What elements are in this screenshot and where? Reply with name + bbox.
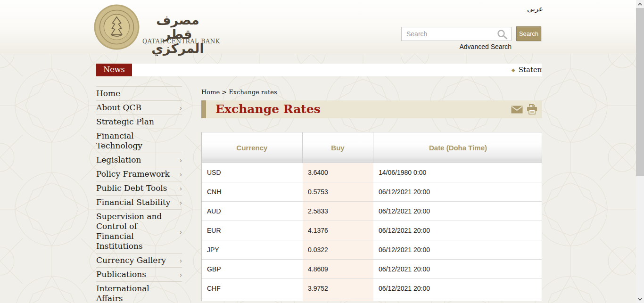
currency-cell <box>202 298 303 301</box>
date-cell: 06/12/2021 20:00 <box>373 182 543 201</box>
table-header-row: Currency Buy Date (Doha Time) <box>202 132 542 163</box>
sidebar-item-label: Public Debt Tools <box>96 183 175 193</box>
search-box <box>401 27 512 41</box>
breadcrumb-current: Exchange rates <box>229 89 277 96</box>
diamond-bullet-icon: ◆ <box>512 67 515 73</box>
chevron-right-icon: › <box>175 228 182 236</box>
email-icon[interactable] <box>511 106 523 114</box>
sidebar-item-label: International Affairs <box>96 284 175 303</box>
table-row: CHF 3.9752 06/12/2021 20:00 <box>202 279 542 298</box>
page-title: Exchange Rates <box>215 100 321 118</box>
breadcrumb-separator: > <box>222 89 227 96</box>
date-cell: 06/12/2021 20:00 <box>373 202 543 221</box>
search-button[interactable]: Search <box>516 26 541 41</box>
advanced-search-link[interactable]: Advanced Search <box>401 43 512 50</box>
sidebar-menu-item[interactable]: International Affairs › <box>96 282 182 303</box>
news-ticker-text: Statement <box>519 66 542 74</box>
sidebar-item-label: Policy Framework <box>96 169 175 179</box>
breadcrumb: Home > Exchange rates <box>201 89 277 96</box>
date-cell: 06/12/2021 20:00 <box>373 240 543 259</box>
scrollbar-up-button[interactable] <box>636 0 644 8</box>
currency-cell: AUD <box>202 202 303 221</box>
sidebar-menu-item[interactable]: About QCB › <box>96 101 182 115</box>
date-cell <box>373 298 543 301</box>
scrollbar-down-button[interactable] <box>636 295 644 303</box>
title-accent-bar <box>201 100 206 118</box>
table-row: EUR 4.1376 06/12/2021 20:00 <box>202 221 542 240</box>
breadcrumb-home-link[interactable]: Home <box>201 89 220 96</box>
logo-arabic-calligraphy: مصرف قطر المركزي <box>142 13 213 56</box>
sidebar-item-label: Publications <box>96 270 175 279</box>
buy-rate-cell: 4.1376 <box>303 221 373 240</box>
site-header: مصرف قطر المركزي QATAR CENTRAL BANK عربى… <box>0 0 636 53</box>
chevron-down-icon <box>638 298 642 301</box>
exchange-rates-table: Currency Buy Date (Doha Time) USD 3.6400… <box>201 132 542 301</box>
qcb-coin-seal-icon <box>93 4 140 50</box>
sidebar-item-label: Legislation <box>96 155 175 165</box>
currency-cell: USD <box>202 163 303 182</box>
date-cell: 14/06/1980 0:00 <box>373 163 543 182</box>
buy-rate-cell: 3.9752 <box>303 279 373 298</box>
sidebar-menu-item[interactable]: Home › <box>96 87 182 101</box>
print-icon[interactable] <box>527 104 537 115</box>
column-header-date: Date (Doha Time) <box>373 132 543 163</box>
table-row: AUD 2.5833 06/12/2021 20:00 <box>202 202 542 221</box>
date-cell: 06/12/2021 20:00 <box>373 279 543 298</box>
vertical-scrollbar[interactable] <box>636 0 644 303</box>
currency-cell: GBP <box>202 260 303 278</box>
buy-rate-cell <box>303 298 373 301</box>
logo-bank-name: QATAR CENTRAL BANK <box>142 38 216 45</box>
column-header-currency: Currency <box>202 132 303 163</box>
sidebar-item-label: Supervision and Control of Financial Ins… <box>96 212 175 251</box>
arabic-language-link[interactable]: عربى <box>527 5 543 13</box>
qcb-logo[interactable]: مصرف قطر المركزي QATAR CENTRAL BANK <box>93 3 216 52</box>
search-input[interactable] <box>402 27 496 41</box>
table-row-partial <box>202 298 542 301</box>
table-row: USD 3.6400 14/06/1980 0:00 <box>202 163 542 182</box>
sidebar-item-label: Strategic Plan <box>96 117 175 127</box>
news-ticker-item[interactable]: ◆Statement <box>512 64 542 76</box>
chevron-right-icon: › <box>175 170 182 178</box>
currency-cell: CHF <box>202 279 303 298</box>
sidebar-menu-item[interactable]: Public Debt Tools › <box>96 181 182 196</box>
table-row: JPY 0.0322 06/12/2021 20:00 <box>202 240 542 260</box>
buy-rate-cell: 2.5833 <box>303 202 373 221</box>
sidebar-menu-item[interactable]: Currency Gallery › <box>96 254 182 268</box>
buy-rate-cell: 3.6400 <box>303 163 373 182</box>
chevron-right-icon: › <box>175 198 182 206</box>
sidebar-item-label: Financial Technology <box>96 131 175 151</box>
title-action-icons <box>511 104 537 115</box>
sidebar-menu-item[interactable]: Financial Technology › <box>96 129 182 153</box>
chevron-up-icon <box>638 3 642 6</box>
sidebar-item-label: Financial Stability <box>96 197 175 207</box>
sidebar-menu-item[interactable]: Legislation › <box>96 153 182 167</box>
sidebar-menu-item[interactable]: Strategic Plan › <box>96 115 182 129</box>
buy-rate-cell: 4.8609 <box>303 260 373 278</box>
sidebar-item-label: Currency Gallery <box>96 255 175 265</box>
chevron-right-icon: › <box>175 184 182 192</box>
buy-rate-cell: 0.5753 <box>303 182 373 201</box>
qcb-exchange-rates-page: مصرف قطر المركزي QATAR CENTRAL BANK عربى… <box>0 0 644 303</box>
table-body: USD 3.6400 14/06/1980 0:00 CNH 0.5753 06… <box>202 163 542 298</box>
date-cell: 06/12/2021 20:00 <box>373 221 543 240</box>
column-header-buy: Buy <box>303 132 373 163</box>
sidebar-menu-item[interactable]: Policy Framework › <box>96 167 182 181</box>
sidebar-item-label: About QCB <box>96 103 175 113</box>
news-ticker-strip: ◆Statement <box>132 64 542 76</box>
chevron-right-icon: › <box>175 270 182 278</box>
search-magnifier-icon[interactable] <box>497 29 508 40</box>
page-title-bar: Exchange Rates <box>201 100 542 118</box>
sidebar-menu-item[interactable]: Financial Stability › <box>96 196 182 210</box>
currency-cell: JPY <box>202 240 303 259</box>
currency-cell: CNH <box>202 182 303 201</box>
buy-rate-cell: 0.0322 <box>303 240 373 259</box>
chevron-right-icon: › <box>175 256 182 264</box>
scrollbar-thumb[interactable] <box>636 8 644 176</box>
sidebar-menu-item[interactable]: Supervision and Control of Financial Ins… <box>96 210 182 254</box>
sidebar-menu-item[interactable]: Publications › <box>96 268 182 282</box>
currency-cell: EUR <box>202 221 303 240</box>
date-cell: 06/12/2021 20:00 <box>373 260 543 278</box>
sidebar-navigation: Home › About QCB › Strategic Plan › Fina… <box>96 86 182 303</box>
table-row: CNH 0.5753 06/12/2021 20:00 <box>202 182 542 202</box>
table-row: GBP 4.8609 06/12/2021 20:00 <box>202 260 542 279</box>
